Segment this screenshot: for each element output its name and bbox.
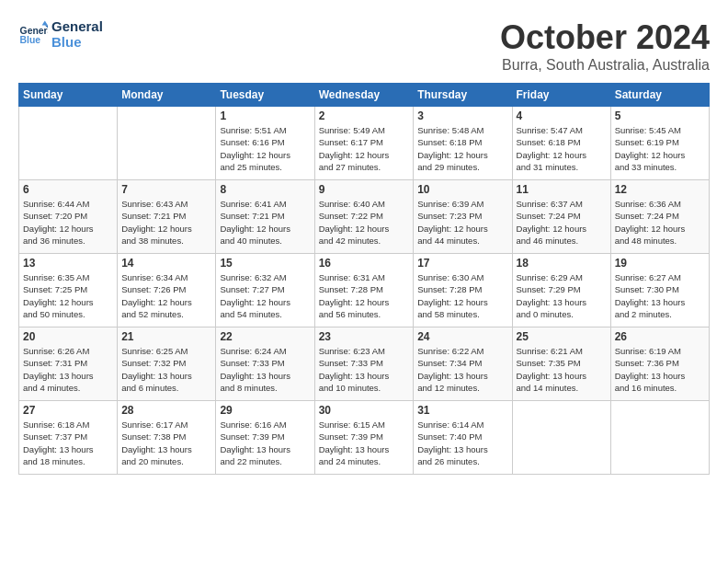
calendar-day-cell: 29Sunrise: 6:16 AM Sunset: 7:39 PM Dayli… [216,401,314,475]
calendar-day-cell: 10Sunrise: 6:39 AM Sunset: 7:23 PM Dayli… [414,180,512,254]
day-info: Sunrise: 6:36 AM Sunset: 7:24 PM Dayligh… [615,198,705,247]
day-number: 19 [615,257,705,270]
day-info: Sunrise: 5:49 AM Sunset: 6:17 PM Dayligh… [319,124,410,173]
calendar-day-cell: 6Sunrise: 6:44 AM Sunset: 7:20 PM Daylig… [19,180,118,254]
day-number: 17 [417,257,507,270]
day-number: 4 [517,109,607,122]
calendar-day-cell: 31Sunrise: 6:14 AM Sunset: 7:40 PM Dayli… [414,401,512,475]
calendar-day-cell: 23Sunrise: 6:23 AM Sunset: 7:33 PM Dayli… [314,327,414,401]
calendar-header-cell: Wednesday [314,84,414,107]
calendar-day-cell: 24Sunrise: 6:22 AM Sunset: 7:34 PM Dayli… [414,327,512,401]
day-number: 21 [121,330,211,343]
day-number: 27 [23,404,113,417]
day-info: Sunrise: 6:18 AM Sunset: 7:37 PM Dayligh… [23,419,113,467]
day-number: 31 [417,404,507,417]
calendar-header-cell: Sunday [19,84,118,107]
calendar-day-cell: 17Sunrise: 6:30 AM Sunset: 7:28 PM Dayli… [414,254,512,327]
calendar-day-cell: 13Sunrise: 6:35 AM Sunset: 7:25 PM Dayli… [19,254,118,327]
calendar-day-cell: 30Sunrise: 6:15 AM Sunset: 7:39 PM Dayli… [314,401,414,475]
logo-blue: Blue [51,34,103,50]
day-number: 28 [121,404,211,417]
calendar-week-row: 13Sunrise: 6:35 AM Sunset: 7:25 PM Dayli… [19,254,710,327]
day-info: Sunrise: 5:47 AM Sunset: 6:18 PM Dayligh… [517,124,607,173]
day-info: Sunrise: 6:41 AM Sunset: 7:21 PM Dayligh… [220,198,310,247]
day-number: 8 [220,183,310,196]
day-info: Sunrise: 5:51 AM Sunset: 6:16 PM Dayligh… [220,124,310,173]
calendar-day-cell: 12Sunrise: 6:36 AM Sunset: 7:24 PM Dayli… [610,180,709,254]
calendar-week-row: 1Sunrise: 5:51 AM Sunset: 6:16 PM Daylig… [19,107,710,180]
month-title: October 2024 [500,18,710,57]
day-info: Sunrise: 6:43 AM Sunset: 7:21 PM Dayligh… [121,198,211,247]
day-number: 9 [319,183,410,196]
day-number: 16 [319,257,410,270]
calendar-week-row: 20Sunrise: 6:26 AM Sunset: 7:31 PM Dayli… [19,327,710,401]
calendar-day-cell: 18Sunrise: 6:29 AM Sunset: 7:29 PM Dayli… [512,254,610,327]
calendar-day-cell: 8Sunrise: 6:41 AM Sunset: 7:21 PM Daylig… [216,180,314,254]
location: Burra, South Australia, Australia [500,57,710,74]
day-number: 15 [220,257,310,270]
day-number: 6 [23,183,113,196]
day-number: 24 [417,330,507,343]
day-number: 5 [615,109,705,122]
day-number: 3 [417,109,507,122]
calendar-header-cell: Saturday [610,84,709,107]
page-header: General Blue General Blue October 2024 B… [18,18,710,74]
day-info: Sunrise: 6:34 AM Sunset: 7:26 PM Dayligh… [121,271,211,320]
calendar-day-cell: 15Sunrise: 6:32 AM Sunset: 7:27 PM Dayli… [216,254,314,327]
calendar-day-cell: 20Sunrise: 6:26 AM Sunset: 7:31 PM Dayli… [19,327,118,401]
day-number: 22 [220,330,310,343]
day-info: Sunrise: 5:45 AM Sunset: 6:19 PM Dayligh… [615,124,705,173]
calendar-day-cell [512,401,610,475]
calendar-header-cell: Friday [512,84,610,107]
day-info: Sunrise: 6:14 AM Sunset: 7:40 PM Dayligh… [417,419,507,467]
calendar-day-cell: 1Sunrise: 5:51 AM Sunset: 6:16 PM Daylig… [216,107,314,180]
day-info: Sunrise: 6:21 AM Sunset: 7:35 PM Dayligh… [517,345,607,394]
day-number: 10 [417,183,507,196]
day-number: 12 [615,183,705,196]
calendar-day-cell [19,107,118,180]
day-info: Sunrise: 6:26 AM Sunset: 7:31 PM Dayligh… [23,345,113,394]
calendar-header-cell: Tuesday [216,84,314,107]
day-number: 30 [319,404,410,417]
day-number: 14 [121,257,211,270]
day-info: Sunrise: 6:29 AM Sunset: 7:29 PM Dayligh… [517,271,607,320]
calendar-day-cell: 16Sunrise: 6:31 AM Sunset: 7:28 PM Dayli… [314,254,414,327]
calendar-day-cell: 28Sunrise: 6:17 AM Sunset: 7:38 PM Dayli… [118,401,216,475]
day-number: 18 [517,257,607,270]
day-info: Sunrise: 6:25 AM Sunset: 7:32 PM Dayligh… [121,345,211,394]
day-number: 25 [517,330,607,343]
title-block: October 2024 Burra, South Australia, Aus… [500,18,710,74]
calendar-day-cell [610,401,709,475]
calendar-day-cell: 4Sunrise: 5:47 AM Sunset: 6:18 PM Daylig… [512,107,610,180]
day-info: Sunrise: 6:32 AM Sunset: 7:27 PM Dayligh… [220,271,310,320]
day-info: Sunrise: 6:22 AM Sunset: 7:34 PM Dayligh… [417,345,507,394]
logo-general: General [51,18,103,34]
calendar-body: 1Sunrise: 5:51 AM Sunset: 6:16 PM Daylig… [19,107,710,475]
day-info: Sunrise: 6:30 AM Sunset: 7:28 PM Dayligh… [417,271,507,320]
day-number: 2 [319,109,410,122]
calendar-table: SundayMondayTuesdayWednesdayThursdayFrid… [18,83,710,475]
day-info: Sunrise: 6:35 AM Sunset: 7:25 PM Dayligh… [23,271,113,320]
calendar-week-row: 27Sunrise: 6:18 AM Sunset: 7:37 PM Dayli… [19,401,710,475]
day-number: 23 [319,330,410,343]
day-number: 7 [121,183,211,196]
calendar-day-cell: 7Sunrise: 6:43 AM Sunset: 7:21 PM Daylig… [118,180,216,254]
day-info: Sunrise: 6:19 AM Sunset: 7:36 PM Dayligh… [615,345,705,394]
calendar-day-cell: 5Sunrise: 5:45 AM Sunset: 6:19 PM Daylig… [610,107,709,180]
calendar-header-cell: Monday [118,84,216,107]
day-info: Sunrise: 6:31 AM Sunset: 7:28 PM Dayligh… [319,271,410,320]
calendar-day-cell: 25Sunrise: 6:21 AM Sunset: 7:35 PM Dayli… [512,327,610,401]
day-number: 13 [23,257,113,270]
calendar-day-cell: 2Sunrise: 5:49 AM Sunset: 6:17 PM Daylig… [314,107,414,180]
svg-marker-2 [42,21,48,26]
day-info: Sunrise: 6:15 AM Sunset: 7:39 PM Dayligh… [319,419,410,467]
calendar-day-cell: 14Sunrise: 6:34 AM Sunset: 7:26 PM Dayli… [118,254,216,327]
day-info: Sunrise: 6:37 AM Sunset: 7:24 PM Dayligh… [517,198,607,247]
day-number: 29 [220,404,310,417]
svg-text:Blue: Blue [20,35,41,45]
svg-text:General: General [20,26,48,36]
day-number: 1 [220,109,310,122]
day-number: 26 [615,330,705,343]
calendar-day-cell: 11Sunrise: 6:37 AM Sunset: 7:24 PM Dayli… [512,180,610,254]
day-info: Sunrise: 6:27 AM Sunset: 7:30 PM Dayligh… [615,271,705,320]
